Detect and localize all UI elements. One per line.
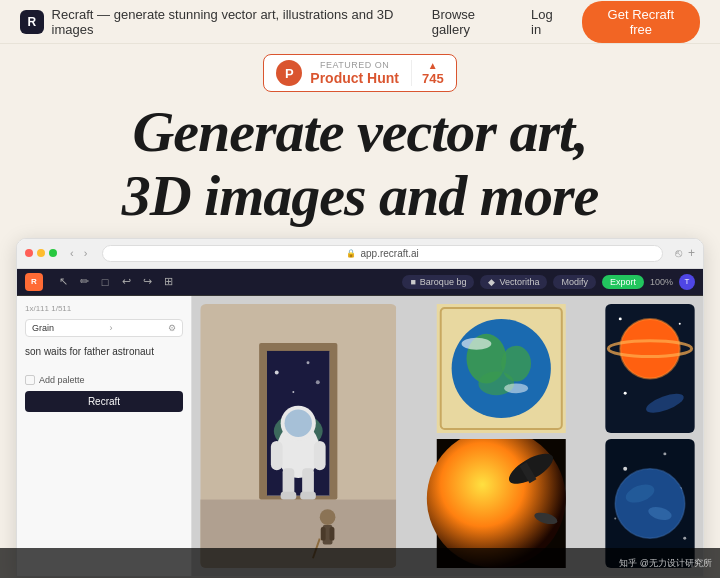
left-panel: 1x/111 1/511 Grain › ⚙ son waits for fat… — [17, 296, 192, 576]
style-icon-1: ■ — [410, 277, 415, 287]
style-arrow-icon: › — [110, 323, 113, 333]
browser-forward-button[interactable]: › — [81, 246, 91, 260]
hero-section: Generate vector art, 3D images and more — [0, 92, 720, 228]
panel-breadcrumb: 1x/111 1/511 — [25, 304, 183, 313]
ph-name-label: Product Hunt — [310, 70, 399, 86]
svg-rect-18 — [300, 491, 316, 499]
image-grid — [200, 304, 695, 568]
product-hunt-badge[interactable]: P FEATURED ON Product Hunt ▲ 745 — [263, 54, 456, 92]
ph-featured-label: FEATURED ON — [310, 60, 399, 70]
style-settings-icon[interactable]: ⚙ — [168, 323, 176, 333]
hero-title: Generate vector art, 3D images and more — [20, 100, 700, 228]
browser-dot-minimize[interactable] — [37, 249, 45, 257]
navbar-left: R Recraft — generate stunning vector art… — [20, 7, 432, 37]
product-hunt-text: FEATURED ON Product Hunt — [310, 60, 399, 86]
svg-rect-13 — [271, 440, 283, 469]
hero-title-line2: 3D images and more — [122, 163, 599, 228]
app-mockup: ‹ › 🔒 app.recraft.ai ⎋ + R ↖ ✏ □ ↩ ↪ ⊞ ■ — [16, 238, 704, 577]
svg-rect-14 — [314, 440, 326, 469]
earth-image[interactable] — [403, 304, 600, 433]
nav-title: Recraft — generate stunning vector art, … — [52, 7, 432, 37]
recraft-button[interactable]: Recraft — [25, 391, 183, 412]
svg-point-42 — [679, 322, 681, 324]
pen-icon[interactable]: ✏ — [76, 274, 92, 290]
style-pill-2[interactable]: ◆ Vectoritha — [480, 275, 547, 289]
layers-icon[interactable]: ⊞ — [160, 274, 176, 290]
undo-icon[interactable]: ↩ — [118, 274, 134, 290]
url-text: app.recraft.ai — [360, 248, 418, 259]
toolbar-right: ■ Baroque bg ◆ Vectoritha Modify Export … — [402, 274, 695, 290]
svg-point-47 — [623, 466, 627, 470]
style-pill-1[interactable]: ■ Baroque bg — [402, 275, 474, 289]
style-label-3: Modify — [561, 277, 588, 287]
ph-upvote-arrow: ▲ — [428, 60, 438, 71]
watermark: 知乎 @无力设计研究所 — [0, 548, 720, 578]
svg-point-5 — [275, 370, 279, 374]
svg-point-19 — [320, 509, 336, 525]
app-canvas: 1x/111 1/511 Grain › ⚙ son waits for fat… — [17, 296, 703, 576]
redo-icon[interactable]: ↪ — [139, 274, 155, 290]
browser-chrome: ‹ › 🔒 app.recraft.ai ⎋ + — [17, 239, 703, 269]
prompt-text[interactable]: son waits for father astronaut — [25, 345, 183, 359]
tool-icons: ↖ ✏ □ ↩ ↪ ⊞ — [55, 274, 176, 290]
style-label-1: Baroque bg — [420, 277, 467, 287]
zoom-level: 100% — [650, 277, 673, 287]
add-palette-label: Add palette — [39, 375, 85, 385]
svg-point-43 — [624, 391, 627, 394]
svg-point-7 — [292, 391, 294, 393]
space-blue-top-image[interactable] — [605, 304, 695, 433]
svg-point-29 — [461, 337, 491, 349]
browser-dots — [25, 249, 57, 257]
svg-point-30 — [504, 383, 528, 393]
style-icon-2: ◆ — [488, 277, 495, 287]
app-logo: R — [25, 273, 43, 291]
browser-nav: ‹ › — [67, 246, 90, 260]
browser-actions: ⎋ + — [675, 246, 695, 260]
svg-point-6 — [307, 361, 310, 364]
hero-title-line1: Generate vector art, — [132, 99, 587, 164]
navbar: R Recraft — generate stunning vector art… — [0, 0, 720, 44]
browse-gallery-link[interactable]: Browse gallery — [432, 7, 515, 37]
export-button[interactable]: Export — [602, 275, 644, 289]
svg-rect-21 — [321, 527, 326, 541]
ph-vote-count: 745 — [422, 71, 444, 86]
cursor-icon[interactable]: ↖ — [55, 274, 71, 290]
user-avatar: T — [679, 274, 695, 290]
recraft-logo: R — [20, 10, 44, 34]
navbar-right: Browse gallery Log in Get Recraft free — [432, 1, 700, 43]
svg-point-50 — [614, 517, 616, 519]
svg-point-8 — [316, 380, 320, 384]
style-label: Grain — [32, 323, 54, 333]
lock-icon: 🔒 — [346, 249, 356, 258]
style-pill-3[interactable]: Modify — [553, 275, 596, 289]
svg-rect-16 — [302, 468, 314, 495]
ph-votes: ▲ 745 — [411, 60, 444, 86]
browser-url-bar[interactable]: 🔒 app.recraft.ai — [102, 245, 663, 262]
watermark-text: 知乎 @无力设计研究所 — [619, 557, 712, 570]
svg-point-51 — [683, 536, 686, 539]
app-toolbar: R ↖ ✏ □ ↩ ↪ ⊞ ■ Baroque bg ◆ Vectoritha … — [17, 269, 703, 296]
browser-dot-maximize[interactable] — [49, 249, 57, 257]
palette-checkbox[interactable] — [25, 375, 35, 385]
get-recraft-button[interactable]: Get Recraft free — [582, 1, 700, 43]
style-selector[interactable]: Grain › ⚙ — [25, 319, 183, 337]
style-label-2: Vectoritha — [499, 277, 539, 287]
svg-rect-22 — [330, 527, 335, 541]
canvas-area — [192, 296, 703, 576]
shape-icon[interactable]: □ — [97, 274, 113, 290]
browser-dot-close[interactable] — [25, 249, 33, 257]
svg-rect-15 — [283, 468, 295, 495]
svg-point-48 — [663, 452, 666, 455]
svg-point-41 — [619, 317, 622, 320]
add-palette-row: Add palette — [25, 375, 183, 385]
product-hunt-icon: P — [276, 60, 302, 86]
add-tab-icon[interactable]: + — [688, 246, 695, 260]
log-in-link[interactable]: Log in — [531, 7, 566, 37]
svg-rect-17 — [281, 491, 297, 499]
svg-point-12 — [285, 409, 312, 436]
browser-back-button[interactable]: ‹ — [67, 246, 77, 260]
share-icon[interactable]: ⎋ — [675, 246, 682, 260]
astronaut-image[interactable] — [200, 304, 397, 568]
